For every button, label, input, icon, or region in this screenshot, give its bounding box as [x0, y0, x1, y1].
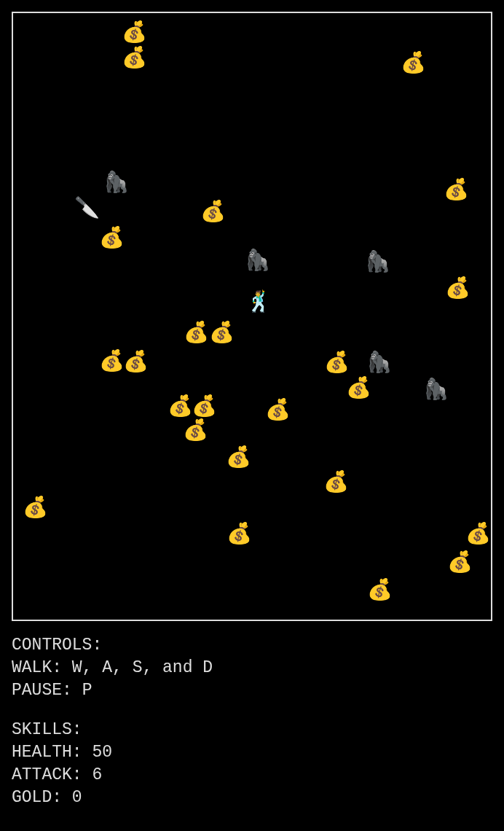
health-label: HEALTH: [12, 743, 92, 762]
walk-label: WALK: [12, 658, 72, 677]
controls-heading: CONTROLS: [12, 634, 492, 657]
pause-key: P [82, 681, 92, 700]
gold-icon: 💰 [209, 324, 235, 344]
gold-icon: 💰 [445, 279, 470, 300]
gold-value: 0 [72, 788, 82, 807]
gold-icon: 💰 [184, 324, 209, 344]
gold-label: GOLD: [12, 788, 72, 807]
enemy-icon: 🦍 [103, 173, 129, 194]
skills-heading: SKILLS: [12, 719, 492, 741]
gold-icon: 💰 [122, 23, 147, 44]
gold-icon: 💰 [323, 473, 349, 493]
game-board[interactable]: 💰💰💰🦍💰🔪💰💰🦍🦍💰🕺💰💰💰💰💰🦍💰🦍💰💰💰💰💰💰💰💰💰💰💰 [12, 12, 492, 621]
pause-controls: PAUSE: P [12, 679, 492, 702]
health-stat: HEALTH: 50 [12, 741, 492, 764]
enemy-icon: 🦍 [423, 381, 449, 401]
gold-icon: 💰 [23, 499, 48, 519]
gold-icon: 💰 [346, 379, 371, 399]
gold-icon: 💰 [122, 49, 147, 69]
gold-icon: 💰 [99, 229, 125, 249]
gold-icon: 💰 [99, 352, 125, 372]
gold-icon: 💰 [324, 354, 350, 374]
attack-stat: ATTACK: 6 [12, 764, 492, 787]
pause-label: PAUSE: [12, 681, 82, 700]
enemy-icon: 🦍 [365, 253, 390, 273]
walk-keys: W, A, S, and D [72, 658, 213, 677]
enemy-icon: 🦍 [366, 354, 392, 374]
gold-icon: 💰 [401, 54, 426, 74]
gold-icon: 💰 [227, 525, 252, 545]
gold-icon: 💰 [192, 397, 217, 418]
gold-icon: 💰 [183, 421, 208, 442]
info-panel: CONTROLS: WALK: W, A, S, and D PAUSE: P … [12, 634, 492, 809]
gold-stat: GOLD: 0 [12, 787, 492, 809]
gold-icon: 💰 [444, 181, 469, 201]
player-icon: 🕺 [246, 293, 272, 313]
attack-value: 6 [92, 765, 102, 784]
gold-icon: 💰 [465, 525, 491, 545]
gold-icon: 💰 [168, 397, 193, 418]
health-value: 50 [92, 743, 112, 762]
gold-icon: 💰 [226, 448, 251, 469]
gold-icon: 💰 [265, 401, 291, 421]
gold-icon: 💰 [200, 203, 226, 223]
walk-controls: WALK: W, A, S, and D [12, 657, 492, 679]
weapon-icon: 🔪 [74, 199, 100, 219]
attack-label: ATTACK: [12, 765, 92, 784]
gold-icon: 💰 [447, 553, 473, 574]
enemy-icon: 🦍 [245, 251, 270, 272]
blank-line [12, 702, 492, 719]
gold-icon: 💰 [367, 581, 393, 601]
gold-icon: 💰 [123, 353, 149, 373]
